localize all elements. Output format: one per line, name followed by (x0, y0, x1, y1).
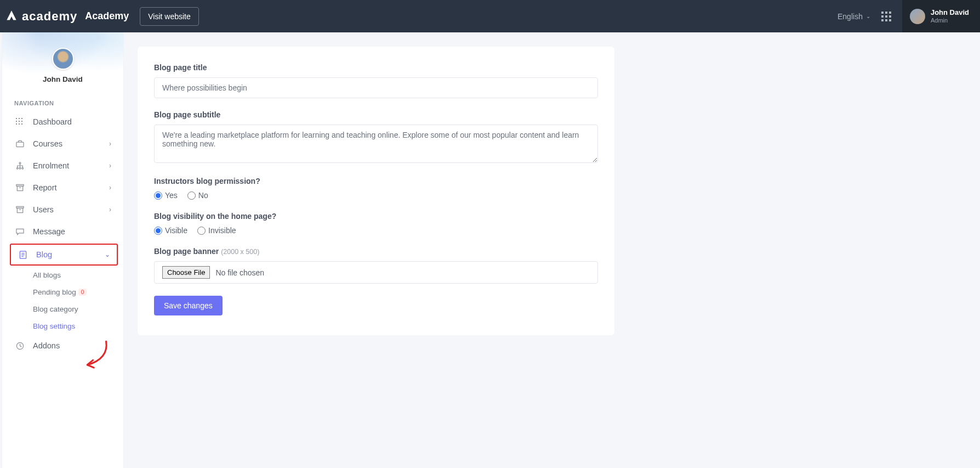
blog-submenu: All blogs Pending blog 0 Blog category B… (2, 267, 123, 335)
message-icon (14, 228, 25, 235)
sidebar-item-label: Blog (36, 250, 52, 259)
svg-rect-5 (21, 121, 22, 122)
sidebar-item-label: Message (33, 227, 65, 236)
sidebar-item-users[interactable]: Users › (2, 199, 123, 221)
sub-item-label: Pending blog (33, 288, 76, 296)
sidebar: John David NAVIGATION Dashboard Courses … (2, 32, 123, 468)
sidebar-item-addons[interactable]: Addons (2, 335, 123, 357)
blog-title-label: Blog page title (154, 63, 598, 72)
permission-yes-label: Yes (165, 191, 178, 200)
field-blog-subtitle: Blog page subtitle We're a leading marke… (154, 110, 598, 165)
highlight-annotation: Blog ⌄ (10, 244, 118, 266)
file-state-text: No file chosen (215, 268, 264, 277)
sidebar-item-label: Addons (33, 341, 60, 350)
sub-item-blog-category[interactable]: Blog category (33, 301, 123, 318)
sidebar-item-label: Courses (33, 139, 62, 148)
blog-subtitle-label: Blog page subtitle (154, 110, 598, 119)
permission-no-option[interactable]: No (187, 191, 208, 200)
chevron-right-icon: › (109, 206, 111, 213)
sidebar-item-label: Report (33, 183, 57, 192)
sidebar-profile: John David (2, 32, 123, 92)
tree-icon (14, 162, 25, 170)
nav-section-label: NAVIGATION (2, 92, 123, 111)
archive-icon (14, 184, 25, 191)
avatar[interactable] (52, 48, 74, 70)
visibility-invisible-radio[interactable] (197, 227, 206, 235)
sidebar-item-label: Users (33, 205, 54, 214)
sidebar-item-blog[interactable]: Blog ⌄ (11, 245, 117, 264)
banner-label-text: Blog page banner (154, 247, 219, 256)
sub-item-label: All blogs (33, 271, 61, 279)
svg-point-13 (21, 167, 23, 169)
sidebar-item-report[interactable]: Report › (2, 177, 123, 199)
banner-file-input[interactable]: Choose File No file chosen (154, 261, 598, 284)
permission-yes-option[interactable]: Yes (154, 191, 178, 200)
logo-icon (4, 9, 19, 24)
permission-no-radio[interactable] (187, 191, 196, 200)
chevron-right-icon: › (109, 184, 111, 191)
logo[interactable]: academy (4, 9, 77, 24)
sidebar-item-dashboard[interactable]: Dashboard (2, 111, 123, 133)
site-name: Academy (85, 10, 129, 22)
svg-point-10 (19, 162, 21, 164)
permission-no-label: No (198, 191, 208, 200)
avatar (910, 9, 925, 24)
sidebar-item-label: Dashboard (33, 117, 72, 126)
sidebar-item-enrolment[interactable]: Enrolment › (2, 155, 123, 177)
svg-rect-0 (16, 118, 17, 119)
svg-rect-4 (19, 121, 20, 122)
chevron-down-icon: ⌄ (866, 13, 870, 19)
choose-file-button[interactable]: Choose File (162, 266, 210, 279)
blog-title-input[interactable] (154, 77, 598, 98)
briefcase-icon (14, 140, 25, 148)
main-content: Blog page title Blog page subtitle We're… (123, 32, 980, 468)
visibility-invisible-label: Invisible (208, 226, 236, 235)
svg-rect-9 (16, 142, 23, 146)
svg-point-12 (19, 167, 21, 169)
sidebar-item-label: Enrolment (33, 161, 69, 170)
svg-rect-2 (21, 118, 22, 119)
sidebar-item-courses[interactable]: Courses › (2, 133, 123, 155)
save-changes-button[interactable]: Save changes (154, 296, 223, 315)
svg-rect-1 (19, 118, 20, 119)
visibility-visible-radio[interactable] (154, 227, 162, 235)
visibility-invisible-option[interactable]: Invisible (197, 226, 236, 235)
svg-rect-7 (19, 123, 20, 125)
pending-count-badge: 0 (78, 289, 87, 296)
field-blog-title: Blog page title (154, 63, 598, 98)
svg-point-11 (16, 167, 18, 169)
sub-item-label: Blog category (33, 305, 78, 313)
user-menu[interactable]: John David Admin (902, 0, 980, 32)
sidebar-item-message[interactable]: Message (2, 221, 123, 243)
banner-label: Blog page banner (2000 x 500) (154, 247, 598, 256)
svg-rect-15 (17, 186, 22, 190)
chevron-down-icon: ⌄ (105, 251, 110, 258)
visibility-visible-option[interactable]: Visible (154, 226, 187, 235)
language-label: English (837, 12, 863, 21)
sub-item-label: Blog settings (33, 322, 75, 330)
blog-subtitle-input[interactable]: We're a leading marketplace platform for… (154, 125, 598, 163)
sub-item-pending-blog[interactable]: Pending blog 0 (33, 284, 123, 301)
language-selector[interactable]: English ⌄ (837, 12, 870, 21)
visit-website-button[interactable]: Visit website (140, 7, 199, 26)
visibility-visible-label: Visible (165, 226, 187, 235)
document-icon (18, 251, 29, 259)
grid-icon (14, 118, 25, 126)
banner-hint: (2000 x 500) (221, 248, 259, 256)
svg-rect-3 (16, 121, 17, 122)
field-visibility: Blog visibility on the home page? Visibl… (154, 212, 598, 235)
permission-yes-radio[interactable] (154, 191, 162, 200)
svg-rect-8 (21, 123, 22, 125)
sub-item-blog-settings[interactable]: Blog settings (33, 318, 123, 335)
profile-name: John David (2, 75, 123, 83)
field-permission: Instructors blog permission? Yes No (154, 177, 598, 200)
chevron-right-icon: › (109, 162, 111, 170)
clock-icon (14, 342, 25, 350)
apps-grid-icon[interactable] (881, 12, 891, 21)
sub-item-all-blogs[interactable]: All blogs (33, 267, 123, 284)
chevron-right-icon: › (109, 140, 111, 148)
permission-label: Instructors blog permission? (154, 177, 598, 185)
archive-icon (14, 206, 25, 213)
topbar: academy Academy Visit website English ⌄ … (0, 0, 980, 32)
user-name: John David (931, 9, 969, 16)
